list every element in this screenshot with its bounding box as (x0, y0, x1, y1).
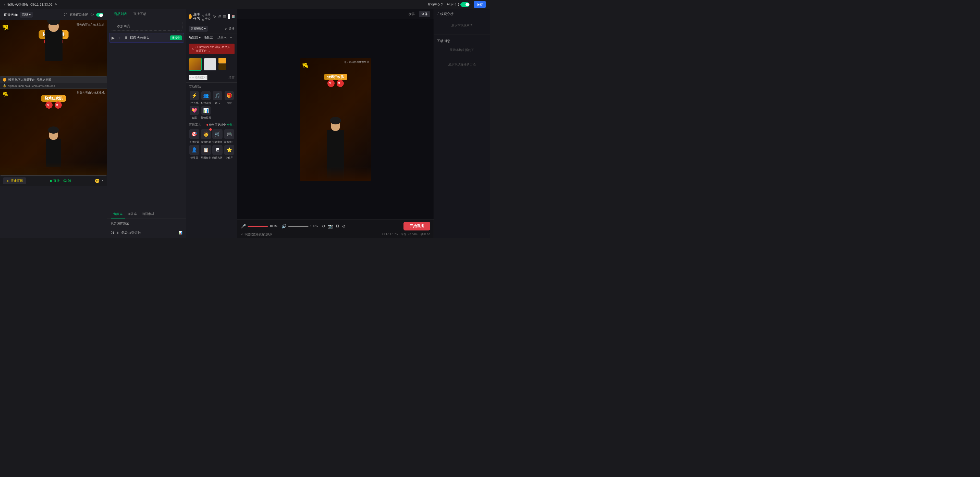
tool-star-task[interactable]: 📋 星图任务 (200, 145, 211, 160)
interaction-msg-section: 互动消息 展示本场直播的互 (434, 36, 490, 57)
ecommerce-icon: 🛒 (212, 129, 223, 139)
tool-manager[interactable]: 👤 管理员 (189, 145, 200, 160)
add-product-button[interactable]: + 添加商品 (111, 22, 183, 30)
clear-button[interactable]: 清空 (228, 76, 234, 80)
audio-pause-icon[interactable]: ⏸ (116, 231, 119, 235)
wish-icon: 💝 (189, 106, 199, 115)
host-center-label[interactable]: 主播中心 (205, 13, 212, 21)
audio-more-icon[interactable]: ··· (180, 222, 183, 226)
scene-four-selector[interactable]: 场景四 ▾ (189, 35, 200, 40)
tool-ecommerce[interactable]: 🛒 抖音电商 (212, 129, 223, 144)
settings-icon-2[interactable]: ⚙ (342, 224, 345, 229)
section-divider-1 (434, 34, 490, 35)
control-icons: ↻ 📷 🖥 ⚙ (322, 224, 345, 229)
vertical-view-btn[interactable]: 竖屏 (419, 11, 430, 17)
live-tools-header: 直播工具 粉丝团更新全 全部 › (186, 120, 237, 128)
question-icon-2: ? (458, 3, 460, 6)
quality-selector[interactable]: 流畅 ▾ (20, 12, 33, 17)
colored-rect-icon[interactable] (232, 15, 234, 18)
edit-icon[interactable]: ✎ (55, 3, 57, 6)
tool-game-promo[interactable]: 🎮 游戏推广 (224, 129, 234, 144)
middle-tab-bar: 商品列表 直播互动 (107, 9, 186, 19)
fullscreen-icon[interactable]: ⛶ (64, 13, 67, 17)
add-material-button[interactable]: + + 添加素材 (189, 75, 207, 80)
warning-icon: ⚠ (241, 233, 243, 236)
fans-all-label[interactable]: 全部 (227, 123, 232, 127)
mode-selector[interactable]: 常规模式 ▾ (189, 26, 208, 32)
interaction-gift[interactable]: 🎁 福袋 (224, 91, 234, 105)
browser-circle-2: 送一 (55, 101, 62, 109)
middle-panel: 商品列表 直播互动 + 添加商品 ▶ 01 ⏸ 探店-火热街头 播放中 音频库 … (107, 9, 186, 238)
help-center[interactable]: 帮助中心 ? (428, 2, 443, 6)
tab-interaction[interactable]: 直播互动 (130, 9, 150, 19)
lock-icon: 🔒 (3, 84, 6, 87)
preview-sign: 鴨 (302, 62, 307, 69)
scene-thumb-small-2[interactable] (218, 64, 226, 70)
speaker-icon[interactable]: 🔊 (282, 224, 286, 229)
ai-water-switch[interactable] (460, 2, 469, 7)
subtab-qa[interactable]: 问答库 (125, 210, 139, 219)
scene-thumb-1[interactable] (189, 58, 202, 71)
preview-banner: 烧烤狂欢肌 (324, 74, 347, 80)
live-settings-icon: 🎯 (189, 129, 199, 139)
guide-button[interactable]: ⇌ 导播 (225, 27, 234, 31)
scene-six-tab[interactable]: 场景六 (216, 35, 228, 40)
fullscreen-label[interactable]: 直播窗口全屏 (70, 13, 88, 17)
menu-icon[interactable]: ☰ (223, 14, 226, 19)
scene-add-button[interactable]: + (230, 35, 232, 40)
tool-virtual-avatar[interactable]: 🧑 虚拟形象 (200, 129, 211, 144)
arrow-up-icon[interactable]: ∧ (101, 179, 104, 183)
fans-label: 粉丝连线 (201, 101, 211, 105)
fullscreen-toggle[interactable] (96, 13, 103, 17)
subtab-audio[interactable]: 音频库 (111, 210, 125, 219)
settings-icon[interactable]: ⏱ (218, 14, 221, 19)
scene-thumb-2[interactable] (204, 58, 216, 71)
audio-add-row: 从音频库添加 ··· (111, 220, 183, 227)
horizontal-view-btn[interactable]: 横屏 (406, 11, 417, 17)
vote-icon: 📊 (201, 106, 210, 115)
tab-products[interactable]: 商品列表 (111, 9, 130, 19)
tool-live-settings[interactable]: 🎯 直播设置 (189, 129, 200, 144)
subtab-material[interactable]: 画面素材 (139, 210, 157, 219)
food-display (0, 61, 107, 76)
companion-title: 直播伴侣 ·抖音 (189, 11, 205, 22)
scene-five-tab[interactable]: 场景五 (202, 35, 215, 40)
scene-thumb-2-inner (204, 59, 216, 70)
scene-thumb-1-inner (189, 59, 201, 70)
tool-green-screen[interactable]: 🖥 绿幕大屏 (212, 145, 223, 160)
interaction-wish[interactable]: 💝 心愿 (189, 106, 200, 120)
virtual-avatar-icon: 🧑 (201, 129, 211, 139)
interaction-fans[interactable]: 👥 粉丝连线 (200, 91, 211, 105)
status-bar: ⚠ 不建议直播的游戏说明 CPU: 1.10% 内存: 45.36% 帧率:60 (241, 233, 430, 236)
preview-hair (330, 117, 341, 124)
preview-ai-label: 部分内容由AI技术生成 (344, 60, 369, 64)
vote-label: 礼物投票 (201, 116, 211, 120)
refresh-icon-2[interactable]: ↻ (322, 224, 325, 229)
pause-icon[interactable]: ⏸ (124, 36, 128, 40)
screen-icon[interactable]: 🖥 (335, 224, 339, 228)
star-task-icon: 📋 (201, 145, 211, 155)
interaction-vote[interactable]: 📊 礼物投票 (200, 106, 211, 120)
avatar-head (48, 20, 59, 32)
speaker-volume-slider[interactable] (288, 226, 309, 227)
ai-watermark-toggle[interactable]: AI 水印 ? (447, 2, 469, 7)
audio-add-button[interactable]: 从音频库添加 (111, 220, 129, 227)
stop-live-button[interactable]: ⏸ 停止直播 (3, 177, 26, 184)
interaction-pk[interactable]: ⚡ PK连线 (189, 91, 200, 105)
interaction-music[interactable]: 🎵 音乐 (212, 91, 223, 105)
scene-thumb-small-1[interactable] (218, 58, 226, 63)
play-icon[interactable]: ▶ (111, 35, 115, 40)
emoji-icon[interactable]: 😊 (95, 179, 100, 183)
mic-volume-slider[interactable] (248, 226, 268, 227)
camera-icon[interactable]: 📷 (328, 224, 333, 229)
mic-icon[interactable]: 🎤 (241, 224, 246, 229)
save-button[interactable]: 保存 (474, 1, 486, 8)
browser-title: 曦灵-数字人直播平台 - 联想浏览器 (8, 78, 51, 82)
white-rect-icon[interactable] (228, 14, 231, 19)
tool-mini-program[interactable]: ⭐ 小程序 (224, 145, 234, 160)
refresh-icon[interactable]: ↻ (213, 14, 216, 19)
back-icon[interactable]: ‹ (4, 3, 5, 6)
warning-text: ⚠ 不建议直播的游戏说明 (241, 233, 272, 236)
info-icon[interactable]: ⓘ (91, 13, 94, 17)
start-live-button[interactable]: 开始直播 (404, 222, 430, 230)
